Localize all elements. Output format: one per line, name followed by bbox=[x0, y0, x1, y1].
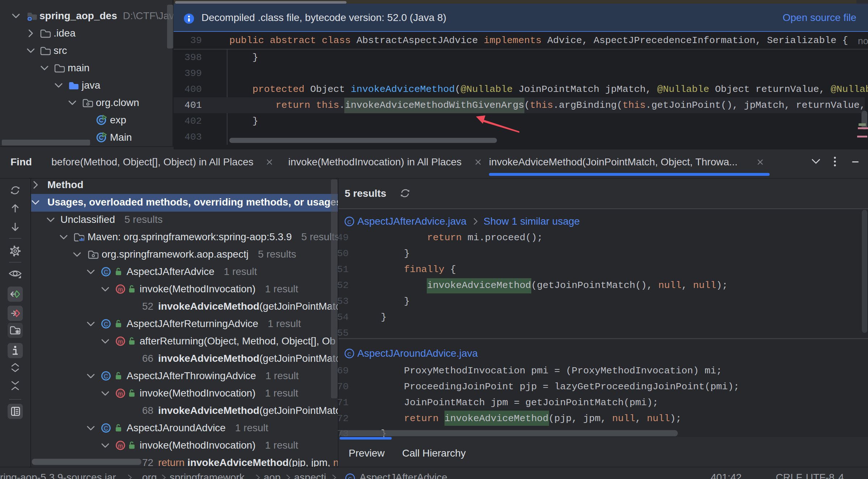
svg-text:m: m bbox=[118, 287, 123, 293]
svg-text:C: C bbox=[104, 321, 108, 327]
svg-text:C: C bbox=[104, 373, 108, 380]
svg-text:C: C bbox=[348, 219, 352, 225]
svg-text:C: C bbox=[348, 476, 352, 479]
svg-text:m: m bbox=[118, 443, 123, 449]
svg-text:m: m bbox=[118, 339, 123, 345]
svg-text:C: C bbox=[104, 269, 108, 275]
svg-text:C: C bbox=[348, 351, 352, 357]
svg-text:C: C bbox=[104, 425, 108, 432]
svg-text:m: m bbox=[118, 391, 123, 397]
